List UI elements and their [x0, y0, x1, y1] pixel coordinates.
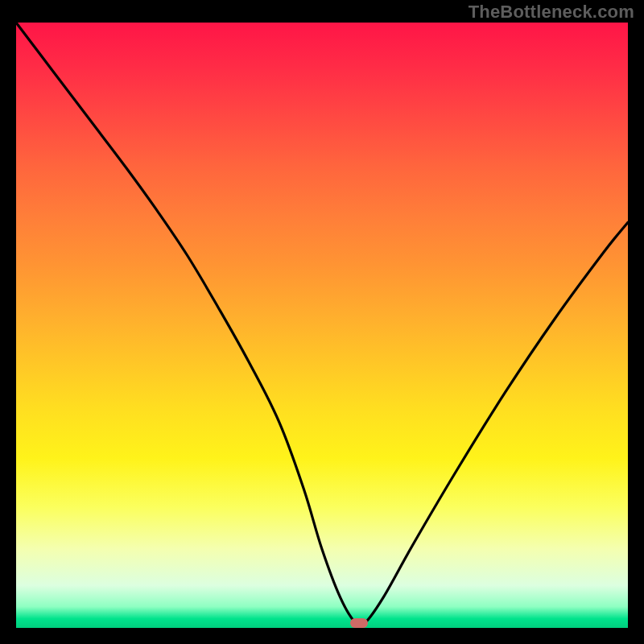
chart-stage: TheBottleneck.com: [0, 0, 644, 644]
minimum-marker: [350, 618, 368, 628]
bottleneck-curve: [16, 23, 628, 628]
watermark-text: TheBottleneck.com: [469, 2, 634, 23]
plot-area: [16, 23, 628, 628]
